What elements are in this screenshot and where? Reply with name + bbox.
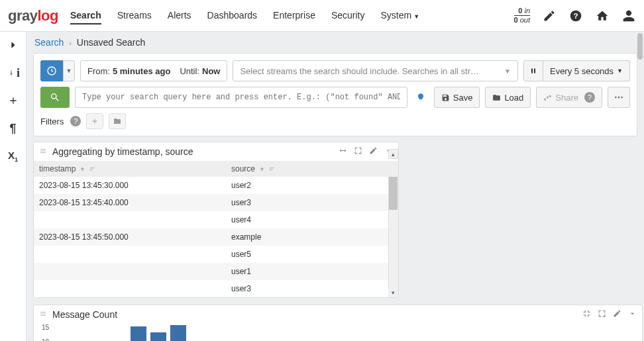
logo-part2: log (37, 7, 58, 24)
filters-label: Filters (40, 117, 64, 126)
refresh-interval-select[interactable]: Every 5 seconds▼ (543, 60, 630, 81)
breadcrumb-root[interactable]: Search (34, 37, 64, 48)
pin-icon (80, 166, 85, 172)
table-row[interactable]: 2023-08-15 13:45:30.000user2 (34, 177, 398, 194)
table-row[interactable]: user5 (34, 246, 398, 263)
logo-part1: gray (8, 7, 37, 24)
message-count-chart: 15 10 (34, 324, 642, 341)
add-icon[interactable] (5, 93, 21, 109)
sort-icon (89, 166, 95, 172)
aggregation-table: ▴ timestamp source 2023-08-15 13:45:30.0… (34, 161, 398, 297)
drag-handle-icon[interactable] (39, 309, 47, 320)
nav-items: Search Streams Alerts Dashboards Enterpr… (70, 7, 419, 24)
chevron-down-icon: ▼ (504, 68, 511, 75)
user-icon[interactable] (621, 9, 636, 23)
drag-handle-icon[interactable] (39, 146, 47, 157)
expand-icon[interactable] (598, 309, 606, 320)
stream-placeholder: Select streams the search should include… (240, 66, 479, 76)
edit-icon[interactable] (369, 146, 378, 157)
col-source[interactable]: source (231, 164, 393, 173)
col-timestamp[interactable]: timestamp (39, 164, 231, 173)
save-button[interactable]: Save (434, 87, 480, 108)
y-tick: 15 (42, 324, 49, 331)
nav-search[interactable]: Search (70, 7, 101, 24)
arrows-h-icon[interactable] (339, 146, 347, 157)
expand-rail-button[interactable] (5, 37, 21, 53)
nav-alerts[interactable]: Alerts (168, 7, 191, 24)
chevron-down-icon[interactable] (628, 309, 637, 320)
home-icon[interactable] (595, 9, 610, 23)
scroll-down-button[interactable]: ▾ (388, 287, 398, 297)
pause-button[interactable] (523, 60, 543, 81)
chevron-down-icon: ▼ (617, 68, 623, 74)
search-button[interactable] (40, 87, 70, 108)
nav-dashboards[interactable]: Dashboards (207, 7, 258, 24)
help-icon[interactable]: ? (568, 9, 583, 23)
paragraph-icon[interactable]: ¶ (5, 121, 21, 136)
table-scrollbar[interactable]: ▾ (388, 177, 398, 297)
table-row[interactable]: user3 (34, 280, 398, 297)
breadcrumb-separator: › (69, 39, 72, 47)
stream-select[interactable]: Select streams the search should include… (233, 60, 518, 81)
filter-folder-button[interactable] (109, 113, 126, 129)
more-button[interactable]: ⋯ (608, 87, 630, 108)
svg-text:?: ? (573, 11, 578, 20)
timerange-picker[interactable]: ▼ (40, 60, 75, 81)
y-tick: 10 (42, 338, 49, 341)
timerange-display[interactable]: From:5 minutes ago Until:Now (80, 60, 227, 81)
page-scrollbar[interactable] (637, 33, 643, 60)
chart-bar[interactable] (131, 326, 146, 341)
sort-icon (269, 166, 275, 172)
table-row[interactable]: 2023-08-15 13:45:50.000example (34, 228, 398, 246)
chevron-down-icon: ▼ (63, 60, 75, 81)
search-input[interactable] (75, 87, 407, 108)
topnav-right: 0 in 0 out ? (514, 7, 636, 24)
edit-icon[interactable] (613, 309, 621, 320)
table-row[interactable]: user1 (34, 263, 398, 280)
compress-icon[interactable] (582, 309, 591, 320)
table-row[interactable]: user4 (34, 211, 398, 228)
nav-security[interactable]: Security (331, 7, 365, 24)
nav-enterprise[interactable]: Enterprise (273, 7, 315, 24)
nav-system[interactable]: System▼ (381, 7, 420, 24)
logo[interactable]: graylog (8, 7, 58, 24)
expand-icon[interactable] (354, 146, 362, 157)
breadcrumb: Search › Unsaved Search (27, 32, 644, 53)
table-row[interactable]: 2023-08-15 13:45:40.000user3 (34, 194, 398, 211)
left-rail: i ¶ X1 (0, 32, 27, 341)
breadcrumb-current: Unsaved Search (77, 37, 146, 48)
lightbulb-icon[interactable] (413, 87, 429, 108)
help-icon: ? (584, 92, 595, 103)
widget-title: Aggregating by timestamp, source (52, 146, 333, 157)
nav-streams[interactable]: Streams (117, 7, 152, 24)
add-filter-button[interactable] (86, 113, 103, 129)
scroll-up-button[interactable]: ▴ (388, 149, 398, 159)
load-button[interactable]: Load (485, 87, 531, 108)
top-nav: graylog Search Streams Alerts Dashboards… (0, 0, 644, 32)
clock-icon (40, 60, 63, 81)
throughput[interactable]: 0 in 0 out (514, 7, 530, 24)
chart-bar[interactable] (150, 332, 166, 341)
help-icon[interactable]: ? (70, 116, 81, 126)
subscript-icon[interactable]: X1 (5, 148, 21, 164)
chart-bar[interactable] (170, 325, 186, 341)
pin-icon (259, 166, 265, 172)
share-button[interactable]: Share? (536, 87, 602, 108)
widget-aggregation: Aggregating by timestamp, source ▴ times… (33, 142, 399, 298)
edit-icon[interactable] (542, 9, 557, 23)
widget-title: Message Count (52, 309, 577, 320)
widget-message-count: Message Count 15 10 (33, 305, 643, 341)
info-icon[interactable]: i (5, 65, 21, 81)
search-controls: ▼ From:5 minutes ago Until:Now Select st… (33, 53, 637, 136)
chevron-down-icon: ▼ (413, 13, 419, 20)
main: Search › Unsaved Search ▼ From:5 minutes… (27, 32, 644, 341)
